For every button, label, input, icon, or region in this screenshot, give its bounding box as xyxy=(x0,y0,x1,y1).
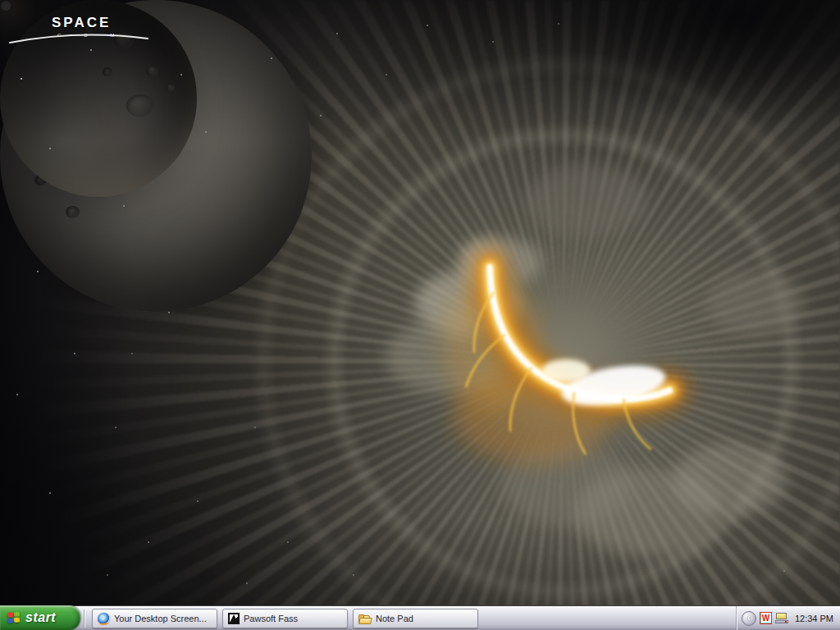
impact-explosion xyxy=(0,0,840,605)
stars-layer xyxy=(0,0,2,2)
crater xyxy=(112,56,126,67)
taskbar-window-buttons: Your Desktop Screen... Pawsoft Fass Note… xyxy=(89,606,736,630)
logo-arc-swoosh xyxy=(7,11,154,48)
crater xyxy=(166,83,175,91)
logo-com-text: C O M xyxy=(57,33,125,38)
taskbar-button-label: Your Desktop Screen... xyxy=(114,614,207,623)
debris-cloud xyxy=(574,468,722,558)
desktop-wallpaper[interactable]: SPACE C O M xyxy=(0,0,840,605)
tray-clock[interactable]: 12:34 PM xyxy=(792,614,833,623)
taskbar-button-label: Note Pad xyxy=(376,614,413,623)
star-glow xyxy=(0,0,197,197)
crater xyxy=(114,31,134,48)
taskbar-divider xyxy=(83,609,86,628)
crater xyxy=(125,180,134,189)
crater xyxy=(126,94,154,117)
debris-cloud xyxy=(525,164,648,238)
taskbar[interactable]: start Your Desktop Screen... Pawsoft Fas… xyxy=(0,605,840,630)
start-button[interactable]: start xyxy=(0,605,80,630)
webshots-tray-icon[interactable]: W xyxy=(760,612,772,624)
screen: SPACE C O M start Your Desktop Screen...… xyxy=(0,0,840,630)
debris-cloud xyxy=(705,271,804,336)
tray-collapse-chevron-button[interactable]: ‹ xyxy=(742,611,756,626)
taskbar-button-label: Pawsoft Fass xyxy=(244,614,298,623)
crater xyxy=(84,156,101,171)
crater xyxy=(83,24,94,34)
debris-glow-layer xyxy=(0,0,840,605)
windows-flag-icon xyxy=(7,611,21,625)
star xyxy=(0,0,11,11)
logo-space-text: SPACE xyxy=(52,15,111,31)
planet-ghost-outline xyxy=(0,0,372,372)
large-planet xyxy=(0,0,312,312)
debris-cloud xyxy=(500,443,632,525)
open-folder-icon xyxy=(358,614,372,624)
crater xyxy=(146,65,158,76)
small-impactor-moon xyxy=(0,0,197,197)
spacecom-logo: SPACE C O M xyxy=(7,11,154,48)
firefox-icon xyxy=(98,613,110,625)
debris-cloud xyxy=(459,238,541,287)
taskbar-button-your-desktop-screen[interactable]: Your Desktop Screen... xyxy=(92,609,217,628)
crater xyxy=(34,175,47,185)
shockwave-rings-layer xyxy=(0,0,840,605)
display-tray-icon[interactable] xyxy=(775,613,788,623)
debris-cloud xyxy=(386,320,509,394)
radial-debris-rays-layer xyxy=(0,0,840,605)
debris-cloud xyxy=(673,443,788,517)
system-tray: ‹ W 12:34 PM xyxy=(736,606,840,630)
crater xyxy=(50,112,75,134)
pawsoft-icon xyxy=(228,613,240,624)
taskbar-button-pawsoft-fass[interactable]: Pawsoft Fass xyxy=(222,609,348,628)
crater xyxy=(66,206,80,218)
crater xyxy=(94,87,104,97)
vignette-layer xyxy=(0,0,840,605)
start-button-label: start xyxy=(25,610,56,625)
taskbar-button-note-pad[interactable]: Note Pad xyxy=(353,609,478,628)
debris-cloud xyxy=(414,271,521,336)
crater xyxy=(103,67,112,76)
